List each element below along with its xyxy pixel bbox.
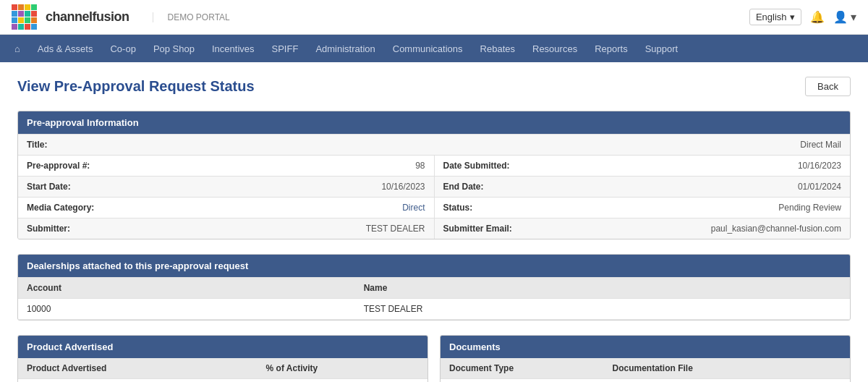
submitter-cell: Submitter: TEST DEALER [18, 218, 434, 239]
nav-reports[interactable]: Reports [586, 35, 637, 62]
no-record-cell: No record found [18, 379, 427, 383]
name-column-header: Name [355, 278, 850, 299]
media-category-label: Media Category: [27, 203, 94, 213]
submitter-value: TEST DEALER [366, 224, 425, 234]
logo-icon [12, 4, 37, 30]
nav-resources[interactable]: Resources [524, 35, 586, 62]
end-date-value: 01/01/2024 [798, 182, 841, 192]
start-date-cell: Start Date: 10/16/2023 [18, 177, 434, 197]
submitter-email-value: paul_kasian@channel-fusion.com [711, 224, 841, 234]
logo-area: channelfusion DEMO PORTAL [12, 4, 230, 30]
page-header: View Pre-Approval Request Status Back [17, 77, 851, 96]
nav-incentives[interactable]: Incentives [203, 35, 263, 62]
preapproval-date-row: Pre-approval #: 98 Date Submitted: 10/16… [18, 155, 850, 176]
submitter-email-label: Submitter Email: [443, 224, 512, 234]
submitter-label: Submitter: [27, 224, 70, 234]
start-date-label: Start Date: [27, 182, 71, 192]
demo-portal-label: DEMO PORTAL [153, 12, 230, 22]
product-advertised-panel: Product Advertised Product Advertised % … [17, 335, 428, 382]
documents-panel: Documents Document Type Documentation Fi… [440, 335, 851, 382]
language-label: English [756, 12, 787, 22]
nav-spiff[interactable]: SPIFF [263, 35, 307, 62]
status-label: Status: [443, 203, 473, 213]
logo-text: channelfusion [46, 9, 129, 25]
submitter-row: Submitter: TEST DEALER Submitter Email: … [18, 218, 850, 239]
submitter-email-cell: Submitter Email: paul_kasian@channel-fus… [434, 218, 851, 239]
document-row: Pre-approval 98_10000_2651723401.pdf [441, 379, 850, 383]
user-icon[interactable]: 👤 ▾ [833, 10, 856, 24]
nav-co-op[interactable]: Co-op [101, 35, 144, 62]
media-category-value: Direct [402, 203, 425, 213]
nav-communications[interactable]: Communications [384, 35, 472, 62]
doc-file-col: Documentation File [603, 358, 850, 379]
bottom-panels: Product Advertised Product Advertised % … [17, 335, 851, 382]
preapproval-label: Pre-approval #: [27, 161, 90, 171]
status-value: Pending Review [778, 203, 841, 213]
main-nav: ⌂ Ads & Assets Co-op Pop Shop Incentives… [0, 35, 868, 62]
dealerships-data-table: Account Name 10000 TEST DEALER [18, 277, 850, 320]
nav-administration[interactable]: Administration [307, 35, 383, 62]
end-date-label: End Date: [443, 182, 484, 192]
preapproval-info-table: Pre-approval Information Title: Direct M… [17, 111, 851, 239]
nav-rebates[interactable]: Rebates [472, 35, 524, 62]
title-value: Direct Mail [800, 140, 841, 150]
date-submitted-cell: Date Submitted: 10/16/2023 [434, 156, 851, 176]
nav-pop-shop[interactable]: Pop Shop [145, 35, 203, 62]
account-column-header: Account [18, 278, 355, 299]
preapproval-num-cell: Pre-approval #: 98 [18, 156, 434, 176]
no-record-row: No record found [18, 379, 427, 383]
date-submitted-value: 10/16/2023 [798, 161, 841, 171]
dealership-row: 10000 TEST DEALER [18, 299, 850, 320]
preapproval-info-header: Pre-approval Information [18, 111, 850, 134]
documents-header: Documents [441, 336, 850, 358]
dealerships-column-headers: Account Name [18, 278, 850, 299]
product-advertised-header: Product Advertised [18, 336, 427, 358]
dealership-name: TEST DEALER [355, 299, 850, 320]
start-date-value: 10/16/2023 [381, 182, 425, 192]
top-bar: channelfusion DEMO PORTAL English ▾ 🔔 👤 … [0, 0, 868, 35]
media-category-cell: Media Category: Direct [18, 198, 434, 218]
language-selector[interactable]: English ▾ [749, 9, 801, 25]
dealerships-table: Dealerships attached to this pre-approva… [17, 254, 851, 321]
chevron-down-icon: ▾ [790, 12, 795, 22]
back-button[interactable]: Back [805, 77, 851, 96]
document-file: 98_10000_2651723401.pdf [603, 379, 850, 383]
end-date-cell: End Date: 01/01/2024 [434, 177, 851, 197]
dates-row: Start Date: 10/16/2023 End Date: 01/01/2… [18, 176, 850, 197]
date-submitted-label: Date Submitted: [443, 161, 510, 171]
nav-support[interactable]: Support [637, 35, 687, 62]
title-label: Title: [27, 140, 47, 150]
product-advertised-col: Product Advertised [18, 358, 258, 379]
product-column-headers: Product Advertised % of Activity [18, 358, 427, 379]
nav-home[interactable]: ⌂ [6, 35, 29, 62]
page-title: View Pre-Approval Request Status [17, 78, 255, 95]
dealerships-header: Dealerships attached to this pre-approva… [18, 255, 850, 277]
media-status-row: Media Category: Direct Status: Pending R… [18, 197, 850, 218]
document-type: Pre-approval [441, 379, 603, 383]
page-content: View Pre-Approval Request Status Back Pr… [0, 62, 868, 382]
title-row: Title: Direct Mail [18, 134, 850, 155]
nav-ads-assets[interactable]: Ads & Assets [29, 35, 102, 62]
preapproval-value: 98 [415, 161, 425, 171]
bell-icon[interactable]: 🔔 [810, 10, 825, 24]
pct-activity-col: % of Activity [258, 358, 427, 379]
top-right-controls: English ▾ 🔔 👤 ▾ [749, 9, 856, 25]
documents-column-headers: Document Type Documentation File [441, 358, 850, 379]
dealership-account: 10000 [18, 299, 355, 320]
product-advertised-table: Product Advertised % of Activity No reco… [18, 358, 427, 382]
documents-table: Document Type Documentation File Pre-app… [441, 358, 850, 382]
doc-type-col: Document Type [441, 358, 603, 379]
status-cell: Status: Pending Review [434, 198, 851, 218]
